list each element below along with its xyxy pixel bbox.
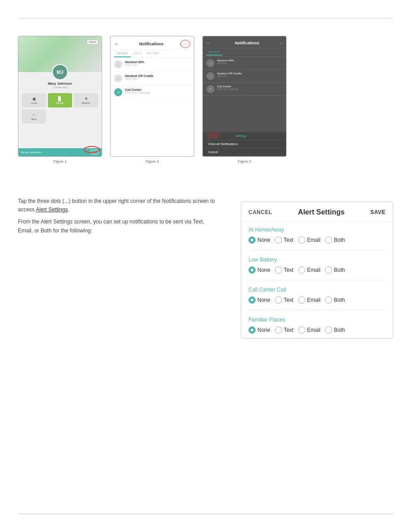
radio-text-familiar-circle xyxy=(275,326,282,334)
settings-circle-highlight: Settings xyxy=(206,133,221,137)
screen3-back-arrow-icon[interactable]: ← xyxy=(206,40,212,46)
section-title-low-battery: Low Battery xyxy=(248,257,385,263)
menu-cancel[interactable]: Cancel xyxy=(203,148,286,156)
radio-email-familiar[interactable]: Email xyxy=(298,326,321,334)
radio-none-low-battery[interactable]: None xyxy=(248,266,270,274)
tab-battery[interactable]: BATTERY xyxy=(145,50,162,57)
notif-icon-0: □ xyxy=(114,60,122,69)
radio-none-at-home-label: None xyxy=(257,237,270,243)
radio-none-at-home-circle xyxy=(248,236,256,244)
device-icon-btn[interactable]: ▊ Bemdal xyxy=(48,93,72,107)
screen3-notif-text-2: Call Center 04:47 p.m. Yesterday xyxy=(217,85,283,90)
user-subtitle: 1 notification xyxy=(18,86,102,89)
radio-both-call-center[interactable]: Both xyxy=(325,296,345,304)
divider-1 xyxy=(248,250,385,250)
left-para-2: From the Alert Settings screen, you can … xyxy=(18,218,215,235)
notif-text-1: Handset Off Cradle 10:37 a.m. xyxy=(125,74,190,80)
notif-text-0: Handset 90% 10:37 a.m. xyxy=(125,60,190,66)
radio-email-call-center[interactable]: Email xyxy=(298,296,321,304)
notif-text-2: Call Center 04:47 p.m. Yesterday xyxy=(125,88,190,94)
screen2-tabs: RECENT CALLS BATTERY xyxy=(111,50,194,58)
alert-panel-header: CANCEL Alert Settings SAVE xyxy=(241,202,393,222)
weather-label: Weather xyxy=(82,102,90,104)
footer-more-btn[interactable]: more xyxy=(90,150,99,154)
today-badge: TODAY xyxy=(87,40,98,44)
screen3-tab-recent[interactable]: RECENT xyxy=(206,49,222,56)
screen2-title: Notifications xyxy=(122,42,180,46)
screen3-notif-2: ↗ Call Center 04:47 p.m. Yesterday xyxy=(203,83,286,96)
section-title-at-home-away: At Home/Away xyxy=(248,227,385,233)
radio-email-familiar-label: Email xyxy=(307,327,321,333)
section-low-battery: Low Battery None Text Email Both xyxy=(241,252,393,278)
section-title-call-center: Call Center Call xyxy=(248,287,385,293)
radio-email-at-home[interactable]: Email xyxy=(298,236,321,244)
tab-recent[interactable]: RECENT xyxy=(114,50,131,57)
screen3-notif-1: □ Handset Off Cradle 10:37 a.m. xyxy=(203,70,286,83)
screen3-notif-text-0: Handset 90% 10:37 a.m. xyxy=(217,59,283,64)
radio-text-familiar[interactable]: Text xyxy=(275,326,294,334)
device-label: Bemdal xyxy=(56,102,64,104)
radio-text-call-center[interactable]: Text xyxy=(275,296,294,304)
radio-both-low-battery[interactable]: Both xyxy=(325,266,345,274)
screen3-notif-icon-2: ↗ xyxy=(206,85,214,93)
radio-both-at-home-circle xyxy=(325,236,332,244)
screen3-more-btn[interactable]: ··· xyxy=(279,41,283,45)
screenshots-row: TODAY MJ Mary Johnson 1 notification ◉ L… xyxy=(18,36,393,157)
screen3-notif-0: □ Handset 90% 10:37 a.m. xyxy=(203,57,286,70)
notif-title-0: Handset 90% xyxy=(125,60,190,64)
notif-time-0: 10:37 a.m. xyxy=(125,64,190,66)
more-label: More xyxy=(31,118,36,120)
cancel-button[interactable]: CANCEL xyxy=(248,209,272,215)
radio-none-call-center[interactable]: None xyxy=(248,296,270,304)
section-familiar-places: Familiar Places None Text Email Both xyxy=(241,312,393,338)
radio-none-familiar[interactable]: None xyxy=(248,326,270,334)
avatar: MJ xyxy=(52,64,68,80)
radio-both-familiar[interactable]: Both xyxy=(325,326,345,334)
menu-clear-notifications[interactable]: Clear All Notifications xyxy=(203,140,286,148)
alert-settings-link[interactable]: Alert Settings xyxy=(36,206,68,213)
radio-text-low-battery[interactable]: Text xyxy=(275,266,294,274)
menu-settings[interactable]: Settings Settings xyxy=(203,132,286,140)
divider-2 xyxy=(248,280,385,280)
screen3-title: Notifications xyxy=(214,41,279,45)
more-icon-btn[interactable]: ··· More xyxy=(22,109,46,124)
radio-text-at-home[interactable]: Text xyxy=(275,236,294,244)
tab-calls[interactable]: CALLS xyxy=(131,50,145,57)
screen2-header: ← Notifications ··· xyxy=(111,36,194,50)
radio-email-at-home-label: Email xyxy=(307,237,321,243)
radio-none-low-battery-circle xyxy=(248,266,256,274)
radio-none-low-battery-label: None xyxy=(257,267,270,273)
screen1-frame: TODAY MJ Mary Johnson 1 notification ◉ L… xyxy=(18,36,102,157)
radio-email-low-battery[interactable]: Email xyxy=(298,266,321,274)
footer-no-notif: No new notifications xyxy=(21,151,41,154)
notif-icon-2: ↗ xyxy=(114,88,122,96)
alert-settings-panel: CANCEL Alert Settings SAVE At Home/Away … xyxy=(241,202,393,339)
weather-icon-btn[interactable]: ☀ Weather xyxy=(74,93,98,107)
locate-symbol: ◉ xyxy=(32,96,36,101)
alert-settings-title: Alert Settings xyxy=(298,208,345,216)
radio-both-familiar-label: Both xyxy=(334,327,345,333)
screen3-notif-time-1: 10:37 a.m. xyxy=(217,75,283,77)
screen2-more-btn[interactable]: ··· xyxy=(180,40,190,48)
screen3-notif-text-1: Handset Off Cradle 10:37 a.m. xyxy=(217,72,283,77)
screen3-tabs: RECENT xyxy=(203,48,286,57)
caption-2: Figure 2 xyxy=(110,159,194,163)
screen3-frame: ← Notifications ··· RECENT □ Handset 90%… xyxy=(202,36,287,157)
save-button[interactable]: SAVE xyxy=(370,209,385,215)
locate-icon-btn[interactable]: ◉ Locate xyxy=(22,93,46,107)
radio-text-low-battery-label: Text xyxy=(284,267,294,273)
screen1-icons-grid: ◉ Locate ▊ Bemdal ☀ Weather ··· More xyxy=(18,90,102,126)
captions-row: Figure 1 Figure 2 Figure 3 xyxy=(18,159,393,163)
radio-both-low-battery-label: Both xyxy=(334,267,345,273)
page-content: TODAY MJ Mary Johnson 1 notification ◉ L… xyxy=(18,27,393,505)
radio-none-call-center-label: None xyxy=(257,297,270,303)
more-symbol: ··· xyxy=(32,112,36,117)
radio-both-call-center-circle xyxy=(325,296,332,304)
radio-both-at-home[interactable]: Both xyxy=(325,236,345,244)
radio-none-at-home[interactable]: None xyxy=(248,236,270,244)
screen2-frame: ← Notifications ··· RECENT CALLS BATTERY… xyxy=(110,36,194,157)
back-arrow-icon[interactable]: ← xyxy=(114,41,120,47)
radio-email-familiar-circle xyxy=(298,326,305,334)
notif-title-1: Handset Off Cradle xyxy=(125,74,190,77)
notif-time-2: 04:47 p.m. Yesterday xyxy=(125,91,190,94)
